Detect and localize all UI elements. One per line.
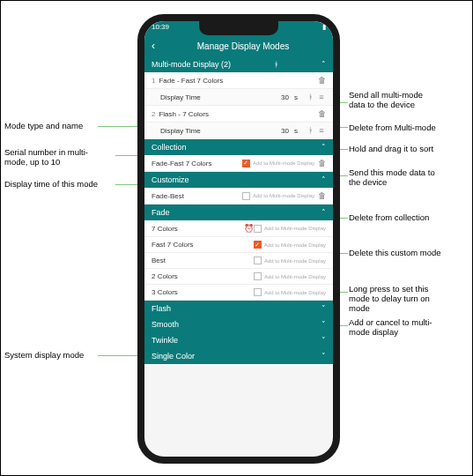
fade-item-name: Fast 7 Colors [152, 241, 254, 249]
trash-icon[interactable]: 🗑 [317, 109, 326, 118]
add-multimode-text: Add to Multi-mode Display [264, 226, 326, 231]
checkbox-add-multimode[interactable] [242, 192, 250, 200]
annot-add-cancel: Add or cancel to multi- mode display [349, 318, 432, 338]
section-single-color[interactable]: Single Color ˅ [144, 348, 333, 364]
clock-icon[interactable]: ⏰ [245, 224, 254, 233]
fade-item[interactable]: Best Add to Multi-mode Display [144, 253, 333, 269]
annot-system-mode: System display mode [4, 351, 84, 361]
annot-delete-collection: Delete from collection [349, 213, 429, 223]
annot-send-all: Send all multi-mode data to the device [349, 91, 423, 110]
checkbox-add-multimode[interactable] [254, 272, 262, 280]
section-customize-title: Customize [152, 175, 189, 184]
page-title: Manage Display Modes [160, 41, 326, 51]
chevron-down-icon: ˅ [321, 336, 326, 345]
mode-name: Fade - Fast 7 Colors [159, 77, 314, 85]
drag-handle-icon[interactable]: ≡ [317, 93, 326, 101]
section-customize[interactable]: Customize ˄ [144, 172, 333, 188]
checkbox-add-multimode[interactable] [254, 288, 262, 296]
checkbox-add-multimode[interactable] [254, 225, 262, 233]
display-time-label: Display Time [152, 93, 281, 101]
multimode-item-name[interactable]: 2 Flash - 7 Colors 🗑 [144, 106, 333, 123]
collection-item[interactable]: Fade-Fast 7 Colors ✓ Add to Multi-mode D… [144, 155, 333, 172]
chevron-up-icon: ˄ [321, 175, 326, 184]
section-twinkle[interactable]: Twinkle ˅ [144, 332, 333, 348]
chevron-up-icon: ˄ [321, 60, 326, 69]
chevron-down-icon: ˅ [321, 304, 326, 313]
annot-serial: Serial number in multi- mode, up to 10 [4, 148, 88, 167]
bluetooth-send-icon[interactable]: ᚼ [306, 126, 314, 135]
bluetooth-send-icon[interactable]: ᚼ [306, 93, 314, 101]
customize-item[interactable]: Fade-Best Add to Multi-mode Display 🗑 [144, 188, 333, 205]
fade-item-name: 3 Colors [152, 288, 254, 296]
serial-number: 1 [152, 77, 155, 85]
status-icons: ▮ [322, 23, 326, 35]
fade-item-name: 7 Colors [152, 225, 242, 233]
chevron-up-icon: ˄ [321, 208, 326, 217]
add-multimode-text: Add to Multi-mode Display [253, 193, 314, 198]
checkbox-add-multimode[interactable] [254, 257, 262, 264]
section-multimode-title: Multi-mode Display (2) [152, 60, 231, 69]
mode-name: Flash - 7 Colors [159, 110, 314, 118]
add-multimode-text: Add to Multi-mode Display [264, 274, 326, 279]
section-single-color-title: Single Color [152, 352, 195, 361]
phone-frame: 10:39 ▮ ‹ Manage Display Modes Multi-mod… [137, 14, 340, 464]
display-time-value: 30 [281, 127, 289, 135]
section-fade[interactable]: Fade ˄ [144, 205, 333, 220]
fade-item[interactable]: 7 Colors ⏰ Add to Multi-mode Display [144, 220, 333, 237]
fade-item[interactable]: 3 Colors Add to Multi-mode Display [144, 285, 333, 301]
bluetooth-send-all-icon[interactable]: ᚼ [274, 60, 278, 69]
annot-send-this: Send this mode data to the device [349, 168, 435, 188]
section-twinkle-title: Twinkle [152, 336, 178, 345]
checkbox-add-multimode[interactable]: ✓ [242, 160, 250, 167]
annot-long-press: Long press to set this mode to delay tur… [349, 285, 430, 314]
chevron-down-icon: ˅ [321, 320, 326, 329]
annot-drag: Hold and drag it to sort [349, 145, 433, 154]
app-header: ‹ Manage Display Modes [144, 35, 333, 56]
add-multimode-text: Add to Multi-mode Display [264, 258, 326, 264]
display-time-unit: s [294, 127, 298, 135]
annot-display-time: Display time of this mode [4, 180, 98, 190]
fade-item[interactable]: Fast 7 Colors ✓ Add to Multi-mode Displa… [144, 237, 333, 253]
status-time: 10:39 [152, 23, 169, 35]
collection-item-name: Fade-Fast 7 Colors [152, 160, 242, 167]
trash-icon[interactable]: 🗑 [317, 191, 326, 200]
phone-notch [199, 21, 278, 35]
serial-number: 2 [152, 110, 155, 118]
fade-item-name: 2 Colors [152, 272, 254, 280]
annot-delete-multi: Delete from Multi-mode [349, 123, 436, 133]
back-button[interactable]: ‹ [152, 40, 160, 52]
fade-item[interactable]: 2 Colors Add to Multi-mode Display [144, 269, 333, 285]
customize-item-name: Fade-Best [152, 192, 242, 200]
section-smooth-title: Smooth [152, 320, 179, 329]
section-flash-title: Flash [152, 304, 171, 313]
section-multimode[interactable]: Multi-mode Display (2) ᚼ ˄ [144, 56, 333, 72]
chevron-down-icon: ˅ [321, 352, 326, 361]
section-flash[interactable]: Flash ˅ [144, 301, 333, 316]
drag-handle-icon[interactable]: ≡ [317, 126, 326, 135]
section-smooth[interactable]: Smooth ˅ [144, 316, 333, 332]
trash-icon[interactable]: 🗑 [317, 76, 326, 85]
multimode-item-time[interactable]: Display Time 30 s ᚼ ≡ [144, 123, 333, 139]
annot-mode-type: Mode type and name [4, 122, 83, 131]
fade-item-name: Best [152, 257, 254, 264]
chevron-up-icon: ˄ [321, 143, 326, 152]
annot-delete-custom: Delete this custom mode [349, 249, 441, 258]
section-fade-title: Fade [152, 208, 170, 217]
display-time-value: 30 [281, 93, 289, 101]
checkbox-add-multimode[interactable]: ✓ [254, 241, 262, 249]
add-multimode-text: Add to Multi-mode Display [253, 160, 314, 166]
section-collection[interactable]: Collection ˄ [144, 139, 333, 155]
add-multimode-text: Add to Multi-mode Display [264, 290, 326, 295]
display-time-unit: s [294, 93, 298, 101]
multimode-item-name[interactable]: 1 Fade - Fast 7 Colors 🗑 [144, 72, 333, 89]
display-time-label: Display Time [152, 127, 281, 135]
section-collection-title: Collection [152, 143, 187, 152]
multimode-item-time[interactable]: Display Time 30 s ᚼ ≡ [144, 89, 333, 106]
trash-icon[interactable]: 🗑 [317, 159, 326, 167]
add-multimode-text: Add to Multi-mode Display [264, 242, 326, 248]
